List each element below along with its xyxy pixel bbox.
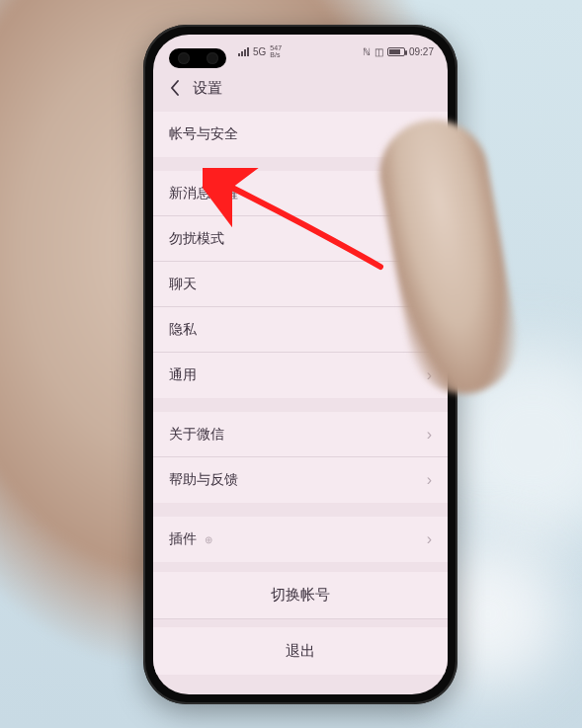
camera-punch-hole	[169, 48, 226, 68]
clock: 09:27	[409, 46, 434, 57]
row-label: 关于微信	[169, 426, 224, 444]
row-label: 插件	[169, 530, 197, 546]
row-label: 新消息提醒	[169, 185, 238, 202]
vibrate-icon: ◫	[374, 46, 383, 57]
row-label: 帮助与反馈	[169, 471, 238, 489]
net-speed-top: 547	[270, 44, 282, 51]
signal-icon	[238, 46, 249, 56]
action-label: 退出	[286, 642, 315, 661]
row-help-feedback[interactable]: 帮助与反馈 ›	[153, 457, 448, 503]
nfc-icon: ℕ	[363, 46, 371, 57]
settings-group-plugin: 插件 ⊕ ›	[153, 517, 448, 562]
row-label: 勿扰模式	[169, 230, 224, 248]
chevron-right-icon: ›	[427, 471, 432, 489]
row-label: 聊天	[169, 276, 197, 293]
row-about-wechat[interactable]: 关于微信 ›	[153, 412, 448, 457]
chevron-right-icon: ›	[427, 426, 432, 444]
row-label: 通用	[169, 366, 197, 384]
settings-group-about: 关于微信 › 帮助与反馈 ›	[153, 412, 448, 503]
battery-icon	[387, 47, 405, 56]
network-label: 5G	[253, 46, 266, 57]
net-speed-bottom: B/s	[270, 51, 282, 58]
chevron-right-icon: ›	[427, 530, 432, 548]
row-label: 帐号与安全	[169, 125, 238, 143]
row-label: 隐私	[169, 321, 197, 339]
switch-account-button[interactable]: 切换帐号	[153, 572, 448, 619]
nav-header: 设置	[153, 68, 448, 108]
plugin-badge-icon: ⊕	[205, 534, 212, 545]
row-general[interactable]: 通用 ›	[153, 353, 448, 398]
page-title: 设置	[193, 79, 222, 98]
row-plugin[interactable]: 插件 ⊕ ›	[153, 517, 448, 562]
logout-button[interactable]: 退出	[153, 627, 448, 675]
action-label: 切换帐号	[271, 586, 330, 605]
back-icon[interactable]	[165, 78, 185, 98]
